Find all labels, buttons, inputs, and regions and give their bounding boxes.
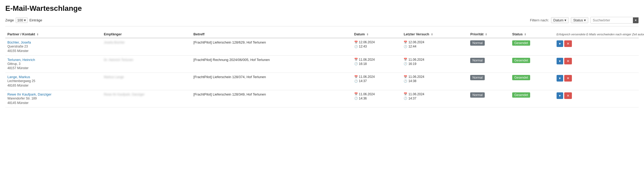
delete-button-1[interactable]: ✕: [564, 58, 572, 64]
partner-addr1-1: Gittrup, 3: [7, 62, 100, 66]
prioritaet-badge-3: Normal: [470, 92, 485, 98]
status-badge-0: Gesendet: [512, 40, 530, 46]
clock-icon-versuch-3: 🕐: [404, 97, 407, 100]
sort-datum-icon: ⇕: [366, 33, 368, 36]
subject-text-3: [FrachtPilot] Lieferschein 128/349, Hof …: [193, 92, 266, 96]
recipient-email-2: Markus Lange: [104, 75, 124, 79]
partner-name-link-2[interactable]: Lange, Markus: [7, 75, 30, 79]
filter-datum-chevron-icon: ▾: [564, 18, 566, 22]
partner-addr2-3: 48145 Münster: [7, 101, 100, 105]
filter-datum-label: Datum: [553, 18, 563, 22]
cell-recipient-3: Rewe Ihr Kaufpark, Danziger: [102, 90, 191, 107]
toolbar-right: Filtern nach: Datum ▾ Status ▾ ×: [530, 17, 639, 23]
datum-date-1: 11.06.2024: [359, 58, 375, 61]
subject-text-1: [FrachtPilot] Rechnung 2024/06/005, Hof …: [193, 58, 270, 62]
table-row: Terlunen, Heinrich Gittrup, 3 48157 Müns…: [5, 55, 639, 73]
clock-icon-versuch-0: 🕐: [404, 45, 407, 48]
clock-icon-datum-2: 🕐: [354, 79, 358, 83]
email-queue-table: Partner / Kontakt ⇕ Empfänger Betreff Da…: [5, 31, 639, 107]
clock-icon-datum-1: 🕐: [354, 62, 358, 65]
filter-status-button[interactable]: Status ▾: [571, 17, 588, 23]
show-label: Zeige: [5, 18, 14, 22]
status-badge-1: Gesendet: [512, 58, 530, 63]
datum-date-0: 12.06.2024: [359, 40, 375, 44]
table-row: Lange, Markus Lechtenbergweg 25 48165 Mü…: [5, 73, 639, 90]
recipient-email-3: Rewe Ihr Kaufpark, Danziger: [104, 93, 144, 96]
dropdown-button-1[interactable]: ▾: [557, 58, 563, 64]
partner-name-link-3[interactable]: Rewe Ihr Kaufpark, Danziger: [7, 92, 52, 96]
calendar-icon-versuch-3: 📅: [404, 92, 407, 96]
col-letzter-versuch: Letzter Versuch ⇕: [402, 31, 468, 38]
cell-prioritaet-2: Normal: [468, 73, 510, 90]
partner-addr1-3: Warendorfer Str. 189: [7, 96, 100, 101]
cell-status-2: Gesendet: [510, 73, 554, 90]
delete-button-0[interactable]: ✕: [564, 40, 572, 47]
prioritaet-badge-2: Normal: [470, 75, 485, 80]
clock-icon-versuch-2: 🕐: [404, 79, 407, 83]
versuch-date-1: 11.06.2024: [408, 58, 424, 61]
calendar-icon-datum-1: 📅: [354, 58, 358, 61]
versuch-time-0: 12:44: [408, 45, 416, 48]
recipient-email-1: Dr. Heinrich Terlunen: [104, 58, 133, 62]
partner-name-link-0[interactable]: Büchler, Josefa: [7, 40, 31, 44]
cell-actions-0: ▾ ✕: [554, 38, 639, 55]
entries-label: Einträge: [29, 18, 42, 22]
cell-datum-1: 📅 11.06.2024 🕐 16:18: [352, 55, 402, 73]
clock-icon-versuch-1: 🕐: [404, 62, 407, 65]
sort-partner-icon: ⇕: [36, 33, 39, 36]
search-clear-icon: ×: [635, 18, 637, 22]
cell-subject-0: [FrachtPilot] Lieferschein 128/629, Hof …: [191, 38, 352, 55]
versuch-time-1: 16:19: [408, 62, 416, 66]
delete-button-2[interactable]: ✕: [564, 75, 572, 82]
status-badge-3: Gesendet: [512, 92, 530, 98]
sort-versuch-icon: ⇕: [431, 33, 433, 36]
cell-versuch-3: 📅 11.06.2024 🕐 14:37: [402, 90, 468, 107]
partner-addr2-2: 48165 Münster: [7, 83, 100, 88]
status-badge-2: Gesendet: [512, 75, 530, 80]
col-datum: Datum ⇕: [352, 31, 402, 38]
cell-subject-2: [FrachtPilot] Lieferschein 128/374, Hof …: [191, 73, 352, 90]
col-partner: Partner / Kontakt ⇕: [5, 31, 102, 38]
cell-partner-1: Terlunen, Heinrich Gittrup, 3 48157 Müns…: [5, 55, 102, 73]
table-header-row: Partner / Kontakt ⇕ Empfänger Betreff Da…: [5, 31, 639, 38]
clock-icon-datum-0: 🕐: [354, 45, 358, 48]
prioritaet-badge-0: Normal: [470, 40, 485, 46]
versuch-date-2: 11.06.2024: [408, 75, 424, 79]
search-clear-button[interactable]: ×: [633, 17, 638, 23]
filter-label: Filtern nach:: [530, 18, 549, 22]
col-prioritaet: Priorität ⇕: [468, 31, 510, 38]
cell-recipient-0: Josefa Büchler: [102, 38, 191, 55]
toolbar-left: Zeige 100 ▾ Einträge: [5, 17, 42, 23]
dropdown-button-2[interactable]: ▾: [557, 75, 563, 82]
entries-chevron-icon: ▾: [24, 18, 26, 22]
search-input[interactable]: [591, 17, 633, 23]
cell-partner-2: Lange, Markus Lechtenbergweg 25 48165 Mü…: [5, 73, 102, 90]
col-status: Status ⇕: [510, 31, 554, 38]
datum-time-1: 16:18: [359, 62, 367, 66]
dropdown-button-0[interactable]: ▾: [557, 40, 563, 47]
partner-addr2-0: 48155 Münster: [7, 49, 100, 53]
calendar-icon-datum-0: 📅: [354, 41, 358, 44]
cell-prioritaet-0: Normal: [468, 38, 510, 55]
entries-select[interactable]: 100 ▾: [16, 17, 28, 23]
subject-text-2: [FrachtPilot] Lieferschein 128/374, Hof …: [193, 75, 266, 79]
cell-partner-3: Rewe Ihr Kaufpark, Danziger Warendorfer …: [5, 90, 102, 107]
datum-time-3: 14:36: [359, 97, 367, 100]
cell-partner-0: Büchler, Josefa Querstraße 23 48155 Müns…: [5, 38, 102, 55]
versuch-date-0: 12.06.2024: [408, 40, 424, 44]
cell-actions-3: ▾ ✕: [554, 90, 639, 107]
cell-actions-2: ▾ ✕: [554, 73, 639, 90]
partner-name-link-1[interactable]: Terlunen, Heinrich: [7, 58, 35, 62]
dropdown-button-3[interactable]: ▾: [557, 92, 563, 99]
cell-status-0: Gesendet: [510, 38, 554, 55]
cell-versuch-1: 📅 11.06.2024 🕐 16:19: [402, 55, 468, 73]
cell-recipient-1: Dr. Heinrich Terlunen: [102, 55, 191, 73]
recipient-email-0: Josefa Büchler: [104, 41, 125, 44]
versuch-time-3: 14:37: [408, 97, 416, 100]
sort-prioritaet-icon: ⇕: [485, 33, 487, 36]
col-empfaenger: Empfänger: [102, 31, 191, 38]
delete-button-3[interactable]: ✕: [564, 92, 572, 99]
subject-text-0: [FrachtPilot] Lieferschein 128/629, Hof …: [193, 40, 266, 44]
filter-datum-button[interactable]: Datum ▾: [551, 17, 569, 23]
datum-time-2: 14:37: [359, 79, 367, 83]
